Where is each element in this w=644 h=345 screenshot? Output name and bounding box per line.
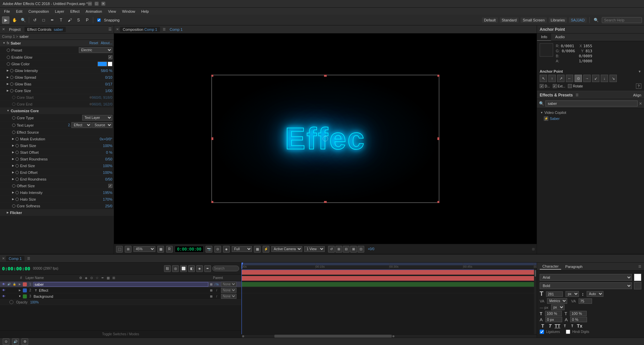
text-tool[interactable]: T [57,16,65,24]
baseline-input[interactable] [545,317,562,322]
tl-layer-3-lock[interactable] [12,294,17,299]
comp-tab[interactable]: Composition Comp 1 [120,27,160,32]
comp-btn-b[interactable]: ⊟ [343,246,350,253]
align-label[interactable]: Align [633,93,641,97]
tl-toggle-modes[interactable]: Toggle Switches / Modes [102,332,139,336]
status-btn-1[interactable]: ⊙ [3,338,9,345]
ap-check-rotate[interactable] [568,84,572,88]
scale-h-input[interactable] [570,311,587,316]
t-btn-1[interactable]: T [540,323,546,329]
tl-layer-2-sw-fx[interactable]: / [214,288,219,293]
tl-layer-2-parent[interactable]: None [220,288,240,293]
tl-layer-3-collapse[interactable]: ▼ [17,295,22,298]
glow-intensity-value[interactable]: 58/0 % [92,69,112,73]
tab-effect-controls[interactable]: Effect Controls saber [24,27,66,32]
tl-scrollbar-thumb[interactable] [274,335,392,338]
tab-paragraph[interactable]: Paragraph [562,264,585,269]
opacity-value[interactable]: 100% [30,300,39,304]
style-color-box[interactable] [634,282,641,289]
t-btn-5[interactable]: T [569,324,575,328]
ap-left-icon[interactable]: ← [566,75,573,82]
tl-layer-3-parent-select[interactable]: None [221,294,236,299]
snapping-toggle[interactable] [95,16,103,24]
core-end-value[interactable]: 960/0, 162/0 [92,102,112,106]
t-btn-6[interactable]: Tx [577,323,583,329]
ligatures-checkbox[interactable] [540,330,544,334]
workspace-small[interactable]: Small Screen [521,17,546,23]
char-menu-icon[interactable]: ☰ [638,265,641,268]
tl-layer-2-name[interactable]: Effect [39,288,208,292]
scale-v-input[interactable] [545,311,562,316]
tl-layer-1-lock[interactable]: 🔒 [12,282,17,287]
core-size-value[interactable]: 1/00 [92,89,112,93]
comp-btn-a[interactable]: ⊞ [335,246,342,253]
timecode-display[interactable]: 0:00:00:00 [175,246,204,253]
tab-info[interactable]: Info [537,33,551,41]
comp-btn-draft[interactable]: ◈ [223,246,230,253]
tl-layer-1-name[interactable] [34,282,208,287]
select-tool[interactable]: ▶ [2,16,9,24]
tl-layer-1-sw-align[interactable]: ⊞ [209,282,214,287]
ap-check-d[interactable] [540,84,544,88]
ep-close-button[interactable]: ✕ [639,101,642,106]
search-icon[interactable]: 🔍 [592,16,600,24]
font-select[interactable]: Arial [540,274,632,281]
enable-glow-checkbox[interactable] [108,55,112,59]
hand-tool[interactable]: ✋ [11,16,18,24]
search-input[interactable] [602,17,642,23]
glow-bias-value[interactable]: 0/17 [92,82,112,86]
offset-size-checkbox[interactable] [108,184,112,188]
workspace-default[interactable]: Default [482,17,498,23]
glow-intensity-expand[interactable] [7,69,9,72]
rotate-tool[interactable]: ↺ [31,16,39,24]
ap-right-icon[interactable]: ↗ [557,75,565,82]
tracking-input[interactable] [579,298,592,304]
ap-move-icon[interactable]: ↖ [540,75,547,82]
start-offset-value[interactable]: 0 % [92,150,112,154]
zoom-tool[interactable]: 🔍 [19,16,27,24]
comp-btn-safe[interactable]: ▦ [157,246,164,253]
core-size-expand[interactable] [7,89,9,92]
tl-btn-solo[interactable]: ◎ [172,265,179,272]
halo-intensity-expand[interactable] [12,191,14,194]
tl-close-icon[interactable]: ✕ [2,257,5,260]
ap-check-ext[interactable] [553,84,557,88]
tl-scroll-thumb[interactable] [535,270,536,277]
tl-layer-3-parent[interactable]: None [220,294,240,299]
tl-layer-1-input[interactable] [34,282,208,287]
ap-up-icon[interactable]: ↑ [548,75,556,82]
ap-dropdown[interactable]: ▼ [638,70,641,73]
t-btn-4[interactable]: T [562,324,568,328]
start-rnd-value[interactable]: 0/50 [92,157,112,161]
preset-select[interactable]: Electric [79,47,112,53]
tab-audio[interactable]: Audio [551,33,569,41]
halo-intensity-value[interactable]: 195% [92,191,112,195]
tab-character[interactable]: Character [540,264,561,270]
core-type-select[interactable]: Text Layer Mask None [82,115,112,121]
customize-core-collapse[interactable] [7,109,9,112]
mask-ev-value[interactable]: 0x+0/0° [92,137,112,141]
font-size-input[interactable] [546,291,563,297]
workspace-libraries[interactable]: Libraries [549,17,567,23]
menu-edit[interactable]: Edit [13,9,25,14]
style-select[interactable]: Bold Regular Italic [540,282,632,289]
glow-spread-value[interactable]: 0/10 [92,75,112,79]
core-softness-value[interactable]: 25/0 [92,204,112,208]
tl-btn-precomp[interactable]: ⬜ [180,265,187,272]
tl-layer-2-vis[interactable]: 👁 [1,288,6,293]
end-size-value[interactable]: 100% [92,164,112,168]
comp-btn-preview[interactable]: ▦ [254,246,261,253]
mask-ev-expand[interactable] [12,137,14,140]
font-color-swatch[interactable] [634,274,641,281]
clone-tool[interactable]: S [75,16,82,24]
t-btn-2[interactable]: T [547,323,553,329]
tl-scroll-right[interactable] [392,335,394,337]
tl-layer-2-lock[interactable] [12,288,17,293]
comp-btn-c[interactable]: ⊠ [350,246,357,253]
panel-close-icon[interactable]: ✕ [2,27,5,31]
tl-btn-pen2[interactable]: ✒ [204,265,211,272]
menu-view[interactable]: View [105,9,119,14]
comp-btn-render[interactable]: ⬚ [116,246,123,253]
glow-bias-expand[interactable] [7,82,9,85]
comp-btn-motion[interactable]: ⊙ [214,246,221,253]
